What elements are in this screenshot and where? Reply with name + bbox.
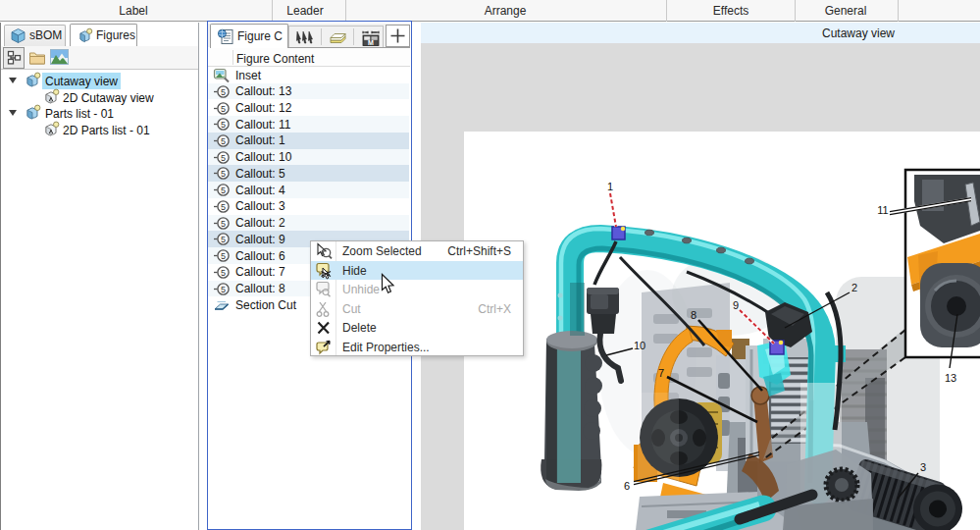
svg-text:2D Parts list - 01: 2D Parts list - 01	[63, 124, 150, 137]
svg-text:7: 7	[658, 367, 664, 379]
svg-text:5: 5	[221, 202, 226, 212]
svg-text:11: 11	[877, 204, 888, 216]
svg-text:Cutaway view: Cutaway view	[45, 75, 118, 88]
svg-text:5: 5	[221, 235, 226, 244]
svg-text:2: 2	[851, 282, 857, 293]
svg-text:3: 3	[920, 461, 926, 473]
svg-text:5: 5	[221, 186, 226, 195]
svg-text:6: 6	[624, 480, 630, 492]
svg-text:M: M	[368, 39, 374, 46]
svg-text:5: 5	[221, 87, 226, 97]
svg-text:8: 8	[691, 309, 696, 321]
svg-text:5: 5	[221, 136, 226, 146]
svg-text:5: 5	[221, 153, 226, 163]
svg-text:5: 5	[221, 120, 226, 130]
svg-text:5: 5	[221, 219, 226, 229]
svg-text:13: 13	[945, 372, 956, 384]
svg-text:2D Cutaway view: 2D Cutaway view	[63, 91, 154, 105]
svg-text:5: 5	[221, 104, 226, 114]
svg-text:1: 1	[607, 181, 613, 192]
svg-text:5: 5	[221, 268, 226, 278]
svg-text:Parts list - 01: Parts list - 01	[45, 107, 114, 121]
svg-text:9: 9	[733, 299, 739, 311]
svg-text:5: 5	[221, 169, 226, 179]
svg-text:5: 5	[221, 285, 226, 294]
svg-text:5: 5	[221, 251, 226, 261]
svg-text:10: 10	[634, 340, 645, 351]
